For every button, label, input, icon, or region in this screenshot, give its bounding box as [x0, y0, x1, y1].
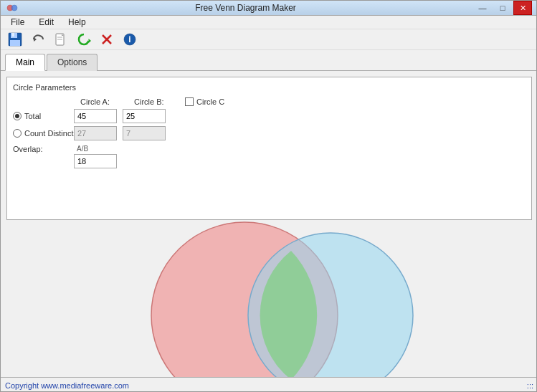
menu-help[interactable]: Help: [61, 16, 93, 29]
title-bar: Free Venn Diagram Maker — □ ✕: [1, 1, 537, 16]
circle-c-checkbox[interactable]: [185, 97, 194, 106]
total-b-input[interactable]: [123, 109, 166, 123]
total-label: Total: [13, 112, 74, 120]
total-a-input[interactable]: [74, 109, 117, 123]
copyright-text: Copyright www.mediafreeware.com: [5, 381, 129, 390]
status-bar: Copyright www.mediafreeware.com :::: [1, 377, 537, 392]
menu-file[interactable]: File: [4, 16, 32, 29]
count-a-input[interactable]: [74, 126, 117, 140]
overlap-section: Overlap: A/B: [13, 145, 526, 168]
diagram-area: [6, 226, 532, 392]
menu-bar: File Edit Help: [1, 16, 537, 29]
tab-bar: Main Options: [1, 50, 537, 71]
panel-title: Circle Parameters: [13, 83, 526, 92]
count-label: Count Distinct: [13, 129, 74, 138]
svg-rect-4: [12, 33, 14, 37]
overlap-sublabel: A/B: [74, 145, 123, 153]
overlap-ab-input[interactable]: [74, 154, 117, 168]
svg-rect-5: [10, 40, 20, 46]
count-radio[interactable]: [13, 129, 22, 138]
venn-diagram: [126, 233, 413, 392]
app-title: Free Venn Diagram Maker: [18, 3, 473, 13]
overlap-label: Overlap:: [13, 145, 74, 153]
svg-marker-6: [34, 37, 37, 42]
svg-marker-11: [89, 39, 92, 43]
minimize-button[interactable]: —: [473, 1, 492, 15]
main-content: Circle Parameters Circle A: Circle B: Ci…: [1, 71, 537, 392]
maximize-button[interactable]: □: [493, 1, 512, 15]
app-icon: [6, 2, 18, 14]
tab-main[interactable]: Main: [5, 54, 45, 71]
undo-button[interactable]: [28, 29, 48, 49]
menu-edit[interactable]: Edit: [32, 16, 61, 29]
overlap-inputs: A/B: [74, 145, 123, 168]
total-row: Total: [13, 109, 526, 123]
svg-point-1: [11, 5, 17, 11]
column-headers: Circle A: Circle B: Circle C: [13, 97, 526, 106]
window-controls: — □ ✕: [473, 1, 532, 15]
parameters-panel: Circle Parameters Circle A: Circle B: Ci…: [6, 77, 532, 220]
svg-text:i: i: [128, 34, 130, 44]
status-dots: :::: [527, 381, 533, 390]
save-button[interactable]: [5, 29, 25, 49]
refresh-button[interactable]: [74, 29, 94, 49]
toolbar: i: [1, 29, 537, 50]
col-b-header: Circle B:: [131, 97, 185, 106]
count-row: Count Distinct: [13, 126, 526, 140]
col-c-header: Circle C: [185, 97, 224, 106]
tab-options[interactable]: Options: [47, 54, 98, 71]
new-button[interactable]: [51, 29, 71, 49]
total-radio[interactable]: [13, 112, 22, 120]
info-button[interactable]: i: [120, 29, 140, 49]
count-b-input[interactable]: [123, 126, 166, 140]
delete-button[interactable]: [97, 29, 117, 49]
close-button[interactable]: ✕: [513, 1, 532, 15]
col-c-label: Circle C: [196, 97, 224, 106]
col-a-header: Circle A:: [77, 97, 131, 106]
